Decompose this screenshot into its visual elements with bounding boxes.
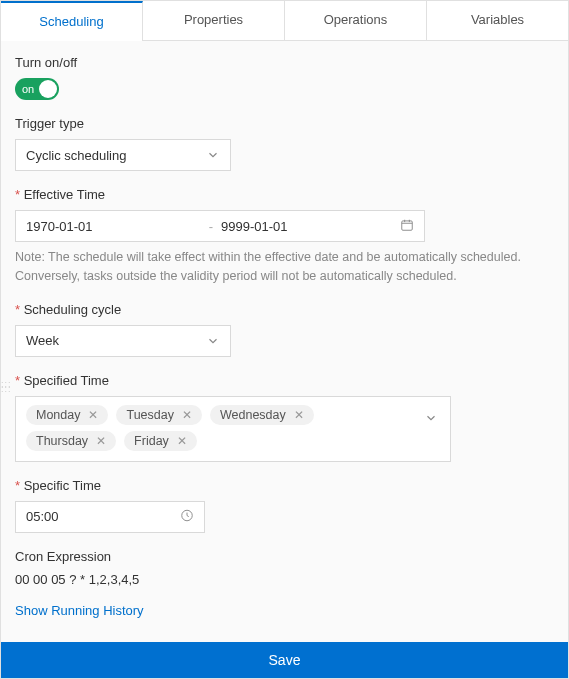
trigger-type-label: Trigger type: [15, 116, 554, 131]
specific-time-label: Specific Time: [15, 478, 554, 493]
effective-time-label: Effective Time: [15, 187, 554, 202]
close-icon[interactable]: ✕: [96, 435, 106, 447]
tab-operations[interactable]: Operations: [285, 1, 427, 40]
effective-time-range[interactable]: 1970-01-01 - 9999-01-01: [15, 210, 425, 242]
tag-wednesday: Wednesday✕: [210, 405, 314, 425]
tab-properties[interactable]: Properties: [143, 1, 285, 40]
tab-variables[interactable]: Variables: [427, 1, 568, 40]
chevron-down-icon: [424, 411, 438, 425]
close-icon[interactable]: ✕: [177, 435, 187, 447]
clock-icon: [180, 508, 194, 525]
specified-time-label: Specified Time: [15, 373, 554, 388]
chevron-down-icon: [206, 334, 220, 348]
close-icon[interactable]: ✕: [182, 409, 192, 421]
svg-rect-0: [402, 220, 413, 229]
tag-label: Monday: [36, 408, 80, 422]
range-separator: -: [201, 219, 221, 234]
chevron-down-icon: [206, 148, 220, 162]
close-icon[interactable]: ✕: [88, 409, 98, 421]
tag-monday: Monday✕: [26, 405, 108, 425]
tag-label: Wednesday: [220, 408, 286, 422]
tag-friday: Friday✕: [124, 431, 197, 451]
tag-label: Friday: [134, 434, 169, 448]
toggle-label: Turn on/off: [15, 55, 554, 70]
drag-handle-icon: ::::::: [1, 382, 12, 392]
tab-bar: Scheduling Properties Operations Variabl…: [1, 1, 568, 41]
effective-time-to: 9999-01-01: [221, 219, 396, 234]
cron-value: 00 00 05 ? * 1,2,3,4,5: [15, 572, 554, 587]
trigger-type-select[interactable]: Cyclic scheduling: [15, 139, 231, 171]
scheduling-cycle-label: Scheduling cycle: [15, 302, 554, 317]
effective-time-note: Note: The schedule will take effect with…: [15, 248, 554, 286]
specific-time-input[interactable]: 05:00: [15, 501, 205, 533]
toggle-on-off[interactable]: on: [15, 78, 59, 100]
cron-label: Cron Expression: [15, 549, 554, 564]
specified-time-multiselect[interactable]: Monday✕Tuesday✕Wednesday✕Thursday✕Friday…: [15, 396, 451, 462]
save-button[interactable]: Save: [1, 642, 568, 678]
scheduling-cycle-select[interactable]: Week: [15, 325, 231, 357]
tag-thursday: Thursday✕: [26, 431, 116, 451]
tag-label: Thursday: [36, 434, 88, 448]
toggle-knob: [39, 80, 57, 98]
toggle-state-text: on: [22, 78, 34, 100]
tag-label: Tuesday: [126, 408, 173, 422]
tab-scheduling[interactable]: Scheduling: [1, 1, 143, 40]
show-running-history-link[interactable]: Show Running History: [15, 603, 144, 618]
scheduling-cycle-value: Week: [26, 333, 59, 348]
calendar-icon: [396, 218, 414, 235]
trigger-type-value: Cyclic scheduling: [26, 148, 126, 163]
tag-tuesday: Tuesday✕: [116, 405, 201, 425]
specific-time-value: 05:00: [26, 509, 59, 524]
close-icon[interactable]: ✕: [294, 409, 304, 421]
effective-time-from: 1970-01-01: [26, 219, 201, 234]
